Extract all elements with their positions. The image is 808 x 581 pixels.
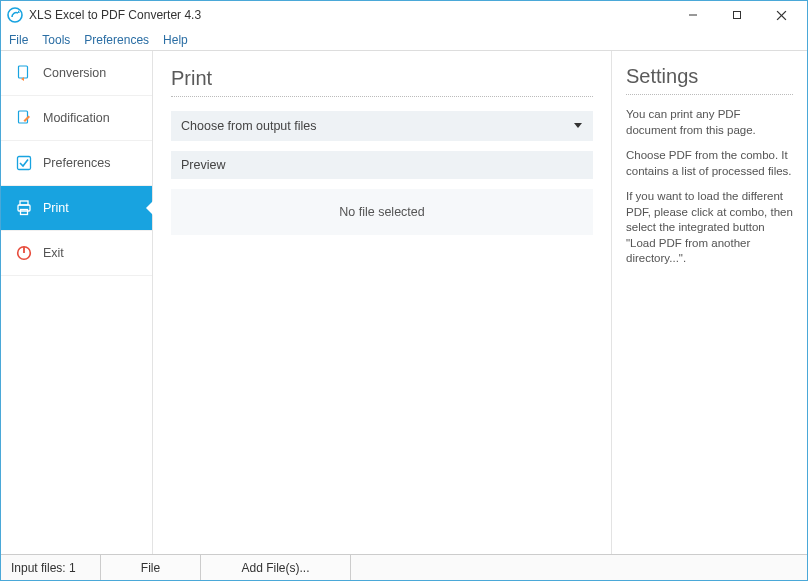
file-button[interactable]: File [101, 555, 201, 580]
preview-placeholder: No file selected [339, 205, 424, 219]
settings-text-1: You can print any PDF document from this… [626, 107, 793, 138]
menu-help[interactable]: Help [163, 33, 188, 47]
menu-file[interactable]: File [9, 33, 28, 47]
app-icon [7, 7, 23, 23]
menu-tools[interactable]: Tools [42, 33, 70, 47]
svg-point-0 [8, 8, 22, 22]
svg-rect-11 [21, 210, 28, 215]
document-convert-icon [15, 64, 33, 82]
statusbar: Input files: 1 File Add File(s)... [1, 554, 807, 580]
sidebar-item-exit[interactable]: Exit [1, 231, 152, 276]
sidebar: Conversion Modification [1, 51, 153, 554]
preview-area: No file selected [171, 189, 593, 235]
svg-rect-7 [19, 111, 28, 123]
sidebar-item-conversion[interactable]: Conversion [1, 51, 152, 96]
add-files-button[interactable]: Add File(s)... [201, 555, 351, 580]
power-icon [15, 244, 33, 262]
divider [626, 94, 793, 95]
preview-label-text: Preview [181, 158, 225, 172]
svg-marker-14 [574, 123, 582, 128]
sidebar-item-preferences[interactable]: Preferences [1, 141, 152, 186]
status-input-files-text: Input files: 1 [11, 561, 76, 575]
status-input-files: Input files: 1 [1, 555, 101, 580]
sidebar-item-modification[interactable]: Modification [1, 96, 152, 141]
document-edit-icon [15, 109, 33, 127]
settings-title: Settings [626, 65, 793, 88]
page-title: Print [171, 67, 593, 90]
file-button-label: File [141, 561, 160, 575]
output-files-combo[interactable]: Choose from output files [171, 111, 593, 141]
add-files-button-label: Add File(s)... [241, 561, 309, 575]
sidebar-item-label: Preferences [43, 156, 110, 170]
minimize-button[interactable] [671, 2, 715, 28]
divider [171, 96, 593, 97]
checkbox-icon [15, 154, 33, 172]
sidebar-item-label: Modification [43, 111, 110, 125]
printer-icon [15, 199, 33, 217]
settings-text-3: If you want to load the different PDF, p… [626, 189, 793, 267]
sidebar-item-print[interactable]: Print [1, 186, 152, 231]
svg-rect-8 [18, 157, 31, 170]
svg-rect-6 [19, 66, 28, 78]
sidebar-item-label: Conversion [43, 66, 106, 80]
menubar: File Tools Preferences Help [1, 29, 807, 51]
settings-panel: Settings You can print any PDF document … [611, 51, 807, 554]
close-button[interactable] [759, 2, 803, 28]
main-panel: Print Choose from output files Preview N… [153, 51, 611, 554]
body: Conversion Modification [1, 51, 807, 554]
app-window: XLS Excel to PDF Converter 4.3 File Tool… [0, 0, 808, 581]
svg-rect-3 [734, 12, 741, 19]
app-title: XLS Excel to PDF Converter 4.3 [29, 8, 201, 22]
settings-text-2: Choose PDF from the combo. It contains a… [626, 148, 793, 179]
titlebar: XLS Excel to PDF Converter 4.3 [1, 1, 807, 29]
menu-preferences[interactable]: Preferences [84, 33, 149, 47]
sidebar-item-label: Exit [43, 246, 64, 260]
maximize-button[interactable] [715, 2, 759, 28]
chevron-down-icon [573, 119, 583, 133]
combo-label: Choose from output files [181, 119, 317, 133]
sidebar-item-label: Print [43, 201, 69, 215]
preview-section-label: Preview [171, 151, 593, 179]
